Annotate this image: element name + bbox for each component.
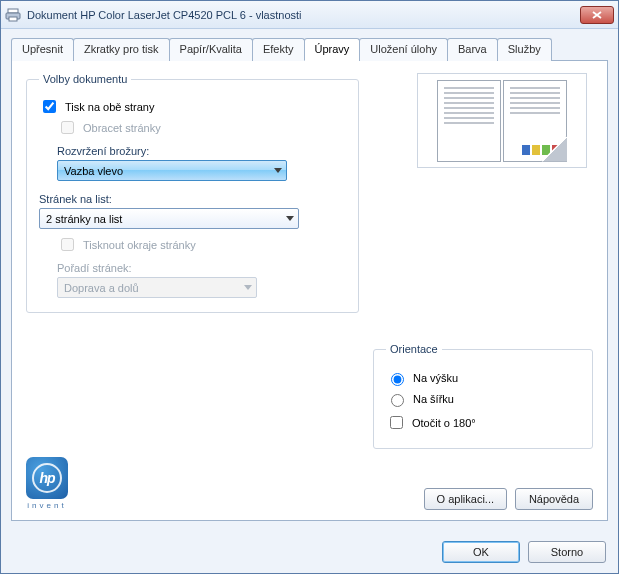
print-both-sides-label: Tisk na obě strany bbox=[65, 101, 154, 113]
hp-invent-text: invent bbox=[26, 501, 68, 510]
pages-per-sheet-label: Stránek na list: bbox=[39, 193, 346, 205]
tab-sluzby[interactable]: Služby bbox=[497, 38, 552, 61]
landscape-input[interactable] bbox=[391, 394, 404, 407]
tab-efekty[interactable]: Efekty bbox=[252, 38, 305, 61]
svg-rect-2 bbox=[9, 17, 17, 21]
tabstrip: Upřesnit Zkratky pro tisk Papír/Kvalita … bbox=[11, 37, 608, 61]
printer-icon bbox=[5, 7, 21, 23]
tab-barva[interactable]: Barva bbox=[447, 38, 498, 61]
orientation-group: Orientace Na výšku Na šířku Otočit o 180… bbox=[373, 343, 593, 449]
chevron-down-icon bbox=[274, 168, 282, 173]
page-preview bbox=[417, 73, 587, 168]
pages-per-sheet-combo[interactable]: 2 stránky na list bbox=[39, 208, 299, 229]
tab-upravy[interactable]: Úpravy bbox=[304, 38, 361, 61]
content-area: Upřesnit Zkratky pro tisk Papír/Kvalita … bbox=[1, 29, 618, 531]
portrait-input[interactable] bbox=[391, 373, 404, 386]
tab-zkratky[interactable]: Zkratky pro tisk bbox=[73, 38, 170, 61]
rotate-180-label: Otočit o 180° bbox=[412, 417, 476, 429]
svg-rect-0 bbox=[8, 9, 18, 13]
print-both-sides-input[interactable] bbox=[43, 100, 56, 113]
booklet-layout-value: Vazba vlevo bbox=[64, 165, 123, 177]
hp-logo-block: hp invent bbox=[26, 457, 68, 510]
flip-pages-label: Obracet stránky bbox=[83, 122, 161, 134]
preview-page-left bbox=[437, 80, 501, 162]
booklet-layout-label: Rozvržení brožury: bbox=[57, 145, 346, 157]
rotate-180-input[interactable] bbox=[390, 416, 403, 429]
cancel-button[interactable]: Storno bbox=[528, 541, 606, 563]
tab-papir-kvalita[interactable]: Papír/Kvalita bbox=[169, 38, 253, 61]
close-button[interactable] bbox=[580, 6, 614, 24]
chevron-down-icon bbox=[286, 216, 294, 221]
rotate-180-checkbox[interactable]: Otočit o 180° bbox=[386, 413, 580, 432]
landscape-label: Na šířku bbox=[413, 393, 454, 405]
about-button[interactable]: O aplikaci... bbox=[424, 488, 507, 510]
flip-pages-input bbox=[61, 121, 74, 134]
portrait-label: Na výšku bbox=[413, 372, 458, 384]
panel-footer: hp invent O aplikaci... Nápověda bbox=[26, 457, 593, 510]
print-borders-checkbox: Tisknout okraje stránky bbox=[57, 235, 346, 254]
ok-button[interactable]: OK bbox=[442, 541, 520, 563]
window-title: Dokument HP Color LaserJet CP4520 PCL 6 … bbox=[27, 9, 580, 21]
print-borders-input bbox=[61, 238, 74, 251]
help-button[interactable]: Nápověda bbox=[515, 488, 593, 510]
page-order-value: Doprava a dolů bbox=[64, 282, 139, 294]
close-icon bbox=[592, 11, 602, 19]
tab-ulozeni-ulohy[interactable]: Uložení úlohy bbox=[359, 38, 448, 61]
preview-page-right bbox=[503, 80, 567, 162]
dialog-button-bar: OK Storno bbox=[1, 531, 618, 573]
flip-pages-checkbox: Obracet stránky bbox=[57, 118, 346, 137]
page-order-combo: Doprava a dolů bbox=[57, 277, 257, 298]
document-options-legend: Volby dokumentu bbox=[39, 73, 131, 85]
page-order-label: Pořadí stránek: bbox=[57, 262, 346, 274]
tab-upresnit[interactable]: Upřesnit bbox=[11, 38, 74, 61]
print-both-sides-checkbox[interactable]: Tisk na obě strany bbox=[39, 97, 346, 116]
pages-per-sheet-value: 2 stránky na list bbox=[46, 213, 122, 225]
booklet-layout-combo[interactable]: Vazba vlevo bbox=[57, 160, 287, 181]
orientation-portrait-radio[interactable]: Na výšku bbox=[386, 370, 580, 386]
tab-panel: Volby dokumentu Tisk na obě strany Obrac… bbox=[11, 61, 608, 521]
orientation-landscape-radio[interactable]: Na šířku bbox=[386, 391, 580, 407]
titlebar: Dokument HP Color LaserJet CP4520 PCL 6 … bbox=[1, 1, 618, 29]
orientation-legend: Orientace bbox=[386, 343, 442, 355]
print-borders-label: Tisknout okraje stránky bbox=[83, 239, 196, 251]
printer-properties-window: Dokument HP Color LaserJet CP4520 PCL 6 … bbox=[0, 0, 619, 574]
document-options-group: Volby dokumentu Tisk na obě strany Obrac… bbox=[26, 73, 359, 313]
chevron-down-icon bbox=[244, 285, 252, 290]
hp-logo-icon: hp bbox=[26, 457, 68, 499]
